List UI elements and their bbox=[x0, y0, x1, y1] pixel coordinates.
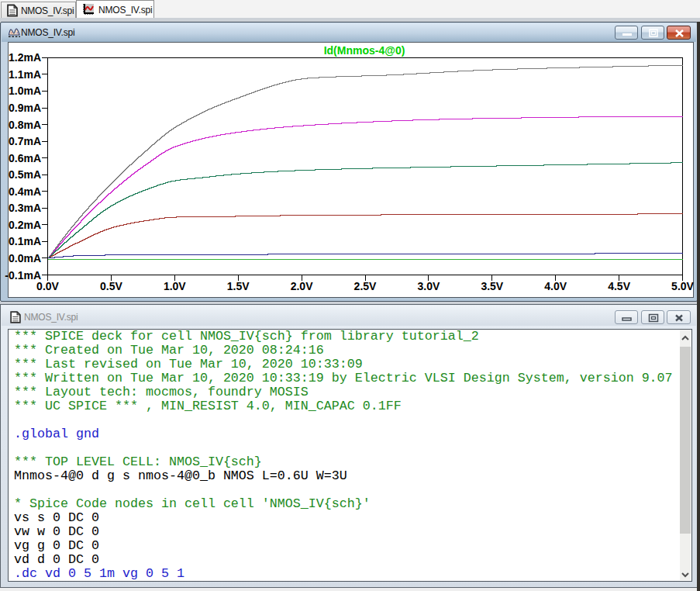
svg-text:4.5V: 4.5V bbox=[608, 280, 630, 292]
svg-text:2.5V: 2.5V bbox=[354, 280, 377, 292]
svg-text:1.5V: 1.5V bbox=[227, 280, 250, 292]
svg-text:1.0V: 1.0V bbox=[164, 280, 186, 292]
svg-text:0.0mA: 0.0mA bbox=[9, 252, 41, 264]
svg-text:0.1mA: 0.1mA bbox=[9, 235, 41, 247]
svg-text:0.4mA: 0.4mA bbox=[9, 185, 41, 198]
svg-text:1.0mA: 1.0mA bbox=[9, 85, 41, 97]
svg-text:3.5V: 3.5V bbox=[481, 280, 503, 292]
svg-text:2.0V: 2.0V bbox=[291, 280, 313, 292]
svg-text:0.5mA: 0.5mA bbox=[9, 168, 41, 181]
svg-text:0.8mA: 0.8mA bbox=[9, 119, 41, 131]
svg-text:1.2mA: 1.2mA bbox=[9, 51, 41, 64]
svg-text:0.6mA: 0.6mA bbox=[9, 152, 41, 164]
svg-text:4.0V: 4.0V bbox=[544, 280, 567, 292]
svg-text:0.3mA: 0.3mA bbox=[9, 202, 41, 214]
svg-text:3.0V: 3.0V bbox=[417, 280, 440, 292]
svg-text:0.7mA: 0.7mA bbox=[9, 135, 41, 147]
svg-text:-0.1mA: -0.1mA bbox=[5, 269, 41, 282]
svg-text:Id(Mnmos-4@0): Id(Mnmos-4@0) bbox=[324, 44, 405, 57]
svg-text:0.2mA: 0.2mA bbox=[9, 219, 41, 231]
svg-text:5.0V: 5.0V bbox=[671, 280, 694, 292]
svg-text:0.0V: 0.0V bbox=[36, 280, 59, 292]
svg-text:1.1mA: 1.1mA bbox=[9, 68, 41, 81]
svg-text:0.9mA: 0.9mA bbox=[9, 102, 41, 114]
svg-text:0.5V: 0.5V bbox=[100, 280, 122, 292]
